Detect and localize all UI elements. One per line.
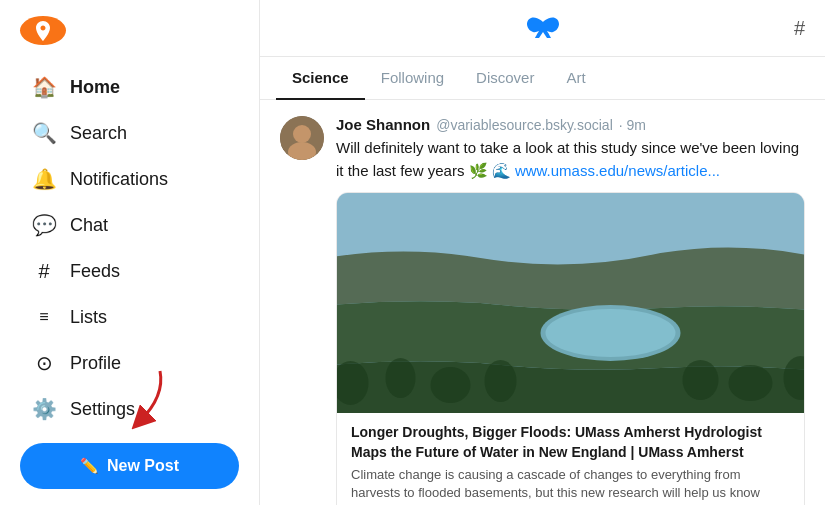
- feeds-icon: #: [32, 259, 56, 283]
- edit-icon: ✏️: [80, 457, 99, 475]
- svg-point-13: [683, 360, 719, 400]
- bluesky-butterfly-logo: [527, 14, 559, 42]
- sidebar-item-label: Search: [70, 123, 127, 144]
- sidebar-item-label: Feeds: [70, 261, 120, 282]
- avatar-image: [280, 116, 324, 160]
- lists-icon: ≡: [32, 305, 56, 329]
- post-image-svg: [337, 193, 804, 413]
- post-image-caption: Longer Droughts, Bigger Floods: UMass Am…: [337, 413, 804, 505]
- new-post-button[interactable]: ✏️ New Post: [20, 443, 239, 489]
- svg-point-2: [293, 125, 311, 143]
- feed-content: Joe Shannon @variablesource.bsky.social …: [260, 100, 825, 505]
- post-handle: @variablesource.bsky.social: [436, 117, 613, 133]
- location-icon: [31, 19, 55, 43]
- tab-science[interactable]: Science: [276, 57, 365, 100]
- post-image-card[interactable]: Longer Droughts, Bigger Floods: UMass Am…: [336, 192, 805, 505]
- svg-point-12: [485, 360, 517, 402]
- search-icon: 🔍: [32, 121, 56, 145]
- sidebar-item-notifications[interactable]: 🔔 Notifications: [20, 157, 239, 201]
- sidebar-item-lists[interactable]: ≡ Lists: [20, 295, 239, 339]
- feed-tabs: Science Following Discover Art: [260, 57, 825, 100]
- post-body: Joe Shannon @variablesource.bsky.social …: [336, 116, 805, 505]
- post-item: Joe Shannon @variablesource.bsky.social …: [280, 116, 805, 505]
- svg-point-11: [431, 367, 471, 403]
- sidebar-item-label: Chat: [70, 215, 108, 236]
- sidebar-item-search[interactable]: 🔍 Search: [20, 111, 239, 155]
- sidebar-item-chat[interactable]: 💬 Chat: [20, 203, 239, 247]
- main-content: # Science Following Discover Art: [260, 0, 825, 505]
- svg-point-14: [729, 365, 773, 401]
- sidebar-item-label: Settings: [70, 399, 135, 420]
- post-image: [337, 193, 804, 413]
- post-author: Joe Shannon: [336, 116, 430, 133]
- settings-icon: ⚙️: [32, 397, 56, 421]
- chat-icon: 💬: [32, 213, 56, 237]
- avatar: [280, 116, 324, 160]
- sidebar-item-settings[interactable]: ⚙️ Settings: [20, 387, 239, 431]
- sidebar: 🏠 Home 🔍 Search 🔔 Notifications 💬 Chat #…: [0, 0, 260, 505]
- home-icon: 🏠: [32, 75, 56, 99]
- post-time: · 9m: [619, 117, 646, 133]
- tab-discover[interactable]: Discover: [460, 57, 550, 100]
- post-meta: Joe Shannon @variablesource.bsky.social …: [336, 116, 805, 133]
- sidebar-item-label: Profile: [70, 353, 121, 374]
- svg-point-8: [546, 309, 676, 357]
- profile-icon: ⊙: [32, 351, 56, 375]
- post-link[interactable]: www.umass.edu/news/article...: [515, 162, 720, 179]
- sidebar-item-profile[interactable]: ⊙ Profile: [20, 341, 239, 385]
- main-header: #: [260, 0, 825, 57]
- avatar-svg: [280, 116, 324, 160]
- nav-menu: 🏠 Home 🔍 Search 🔔 Notifications 💬 Chat #…: [20, 65, 239, 431]
- tab-following[interactable]: Following: [365, 57, 460, 100]
- sidebar-item-feeds[interactable]: # Feeds: [20, 249, 239, 293]
- svg-point-10: [386, 358, 416, 398]
- sidebar-item-label: Home: [70, 77, 120, 98]
- sidebar-item-label: Lists: [70, 307, 107, 328]
- bell-icon: 🔔: [32, 167, 56, 191]
- caption-title: Longer Droughts, Bigger Floods: UMass Am…: [351, 423, 790, 462]
- caption-text: Climate change is causing a cascade of c…: [351, 466, 790, 505]
- sidebar-item-home[interactable]: 🏠 Home: [20, 65, 239, 109]
- sidebar-item-label: Notifications: [70, 169, 168, 190]
- new-post-label: New Post: [107, 457, 179, 475]
- post-text: Will definitely want to take a look at t…: [336, 137, 805, 182]
- explore-hashtag-button[interactable]: #: [794, 17, 805, 40]
- tab-art[interactable]: Art: [550, 57, 601, 100]
- app-logo[interactable]: [20, 16, 66, 45]
